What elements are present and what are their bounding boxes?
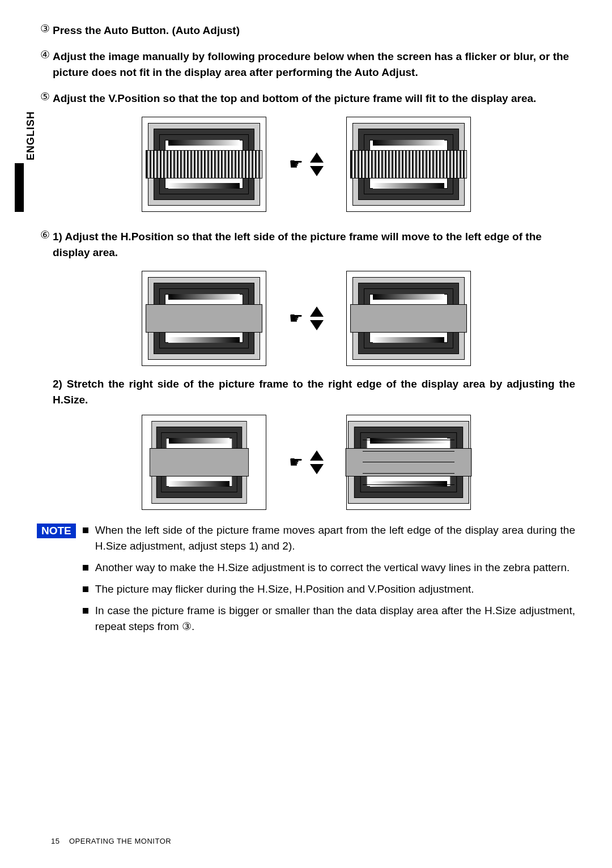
footer-section: OPERATING THE MONITOR [69,837,171,845]
square-bullet-icon [83,565,88,571]
page-number: 15 [51,837,60,845]
step-number-4: ④ [37,49,53,61]
step-text-5: Adjust the V.Position so that the top an… [53,91,575,107]
step-text-6b: 2) Stretch the right side of the picture… [53,376,575,408]
note-item: In case the picture frame is bigger or s… [83,603,575,635]
test-pattern-after-vpos [346,117,471,212]
figure-row-hposition: ☚ [37,271,575,366]
step-3: ③ Press the Auto Button. (Auto Adjust) [37,23,575,39]
up-arrow-icon [310,450,324,461]
step-4: ④ Adjust the image manually by following… [37,49,575,80]
step-text-3: Press the Auto Button. (Auto Adjust) [53,23,575,39]
note-section: NOTE When the left side of the picture f… [37,522,575,640]
test-pattern-after-hsize [346,415,471,510]
note-text: In case the picture frame is bigger or s… [95,603,575,635]
figure-row-hsize: ☚ [37,415,575,510]
language-tab: ENGLISH [25,111,37,160]
note-item: The picture may flicker during the H.Siz… [83,581,575,597]
note-item: When the left side of the picture frame … [83,522,575,554]
down-arrow-icon [310,166,324,176]
step-6: ⑥ 1) Adjust the H.Position so that the l… [37,229,575,261]
language-indicator-bar [15,163,24,212]
step-number-6: ⑥ [37,229,53,241]
square-bullet-icon [83,586,88,592]
step-number-5: ⑤ [37,91,53,103]
test-pattern-before-hsize [142,415,266,510]
step-text-4: Adjust the image manually by following p… [53,49,575,80]
test-pattern-before-vpos [142,117,266,212]
down-arrow-icon [310,320,324,330]
test-pattern-after-hpos [346,271,471,366]
note-text: Another way to make the H.Size adjustmen… [95,560,570,576]
adjust-arrow-group: ☚ [289,307,324,330]
step-text-6a: 1) Adjust the H.Position so that the lef… [53,229,575,261]
step-5: ⑤ Adjust the V.Position so that the top … [37,91,575,107]
hand-pointer-icon: ☚ [289,310,303,326]
note-label: NOTE [37,524,76,538]
note-text: The picture may flicker during the H.Siz… [95,581,474,597]
adjust-arrow-group: ☚ [289,152,324,176]
figure-row-vposition: ☚ [37,117,575,212]
note-list: When the left side of the picture frame … [83,522,575,640]
hand-pointer-icon: ☚ [289,454,303,470]
test-pattern-before-hpos [142,271,266,366]
square-bullet-icon [83,527,88,533]
step-number-3: ③ [37,23,53,35]
adjust-arrow-group: ☚ [289,450,324,474]
note-text: When the left side of the picture frame … [95,522,575,554]
page-footer: 15 OPERATING THE MONITOR [51,837,171,845]
square-bullet-icon [83,608,88,614]
up-arrow-icon [310,152,324,163]
up-arrow-icon [310,307,324,317]
hand-pointer-icon: ☚ [289,156,303,172]
note-item: Another way to make the H.Size adjustmen… [83,560,575,576]
page-content: ③ Press the Auto Button. (Auto Adjust) ④… [0,0,612,657]
down-arrow-icon [310,464,324,474]
